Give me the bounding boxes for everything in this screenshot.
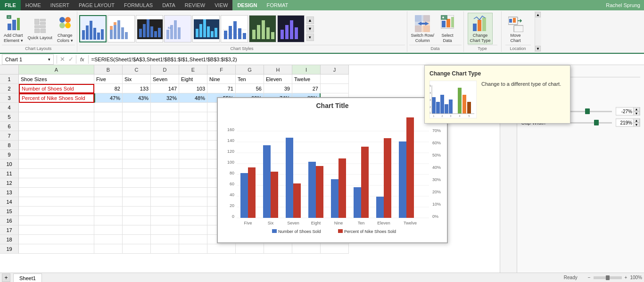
cell[interactable] xyxy=(321,244,349,254)
cell[interactable] xyxy=(123,141,151,150)
cell-f2[interactable]: 71 xyxy=(207,84,236,93)
cell-c1[interactable]: Six xyxy=(123,75,151,84)
cell[interactable] xyxy=(179,141,207,150)
cell[interactable] xyxy=(151,150,179,159)
cell-b1[interactable]: Five xyxy=(94,75,123,84)
cell[interactable] xyxy=(94,207,123,216)
series-overlap-decrement[interactable]: ▼ xyxy=(633,111,640,116)
cell[interactable] xyxy=(151,235,179,244)
cell[interactable] xyxy=(236,244,264,254)
select-data-button[interactable]: SelectData xyxy=(438,13,457,44)
cell[interactable] xyxy=(151,244,179,254)
cell[interactable] xyxy=(151,112,179,122)
chart-container[interactable]: Chart Title 0 20 40 60 80 100 120 140 16… xyxy=(217,97,448,243)
cell[interactable] xyxy=(19,131,94,141)
change-colors-button[interactable]: ChangeColors ▾ xyxy=(55,13,75,44)
cell[interactable] xyxy=(179,235,207,244)
cell[interactable] xyxy=(19,197,94,207)
home-tab[interactable]: HOME xyxy=(21,0,46,10)
col-header-h[interactable]: H xyxy=(264,65,292,75)
chart-styles-scroll-expand[interactable]: ▾ xyxy=(306,33,314,41)
col-header-j[interactable]: J xyxy=(321,65,349,75)
formulas-tab[interactable]: FORMULAS xyxy=(119,0,157,10)
add-sheet-button[interactable]: + xyxy=(2,274,10,282)
cell[interactable] xyxy=(207,244,236,254)
series-overlap-input[interactable] xyxy=(616,109,633,114)
cell[interactable] xyxy=(19,216,94,225)
gap-width-input[interactable] xyxy=(616,120,633,125)
cell-g2[interactable]: 56 xyxy=(236,84,264,93)
cell[interactable] xyxy=(292,244,321,254)
cell[interactable] xyxy=(151,141,179,150)
cell-a2[interactable]: Number of Shoes Sold xyxy=(19,84,94,93)
cell[interactable] xyxy=(19,150,94,159)
cell-d2[interactable]: 147 xyxy=(151,84,179,93)
cell[interactable] xyxy=(123,122,151,131)
design-tab[interactable]: DESIGN xyxy=(232,0,262,10)
cell[interactable] xyxy=(94,188,123,197)
ribbon-scroll-down[interactable]: ▼ xyxy=(535,46,541,51)
cell[interactable] xyxy=(179,197,207,207)
zoom-slider[interactable] xyxy=(594,276,622,279)
review-tab[interactable]: REVIEW xyxy=(180,0,210,10)
cell[interactable] xyxy=(123,235,151,244)
cell[interactable] xyxy=(123,103,151,112)
cell[interactable] xyxy=(179,188,207,197)
cell[interactable] xyxy=(94,122,123,131)
cell[interactable] xyxy=(151,216,179,225)
move-chart-button[interactable]: MoveChart xyxy=(505,13,526,44)
cell[interactable] xyxy=(94,244,123,254)
cell[interactable] xyxy=(19,225,94,235)
cell[interactable] xyxy=(94,197,123,207)
file-tab[interactable]: FILE xyxy=(0,0,21,10)
add-chart-element-button[interactable]: + Add ChartElement ▾ xyxy=(2,13,25,44)
cell[interactable] xyxy=(151,207,179,216)
col-header-g[interactable]: G xyxy=(236,65,264,75)
cell[interactable] xyxy=(179,207,207,216)
cell[interactable] xyxy=(94,159,123,169)
cell-d3[interactable]: 32% xyxy=(151,93,179,103)
chart-styles-scroll-up[interactable]: ▲ xyxy=(306,17,314,24)
series-overlap-increment[interactable]: ▲ xyxy=(633,107,640,111)
cell-c3[interactable]: 43% xyxy=(123,93,151,103)
cell[interactable] xyxy=(94,131,123,141)
chart-style-2[interactable] xyxy=(107,15,135,42)
cell[interactable] xyxy=(19,122,94,131)
view-tab[interactable]: VIEW xyxy=(210,0,232,10)
cell[interactable] xyxy=(151,225,179,235)
cell[interactable] xyxy=(19,244,94,254)
change-chart-type-button[interactable]: ChangeChart Type xyxy=(468,13,493,45)
cell-g1[interactable]: Ten xyxy=(236,75,264,84)
chart-style-1[interactable] xyxy=(79,15,107,42)
col-header-b[interactable]: B xyxy=(94,65,123,75)
cell[interactable] xyxy=(123,131,151,141)
cell-b3[interactable]: 47% xyxy=(94,93,123,103)
cell[interactable] xyxy=(123,216,151,225)
cell[interactable] xyxy=(179,216,207,225)
chart-style-4[interactable]: 82 xyxy=(164,15,191,42)
switch-row-column-button[interactable]: Switch Row/Column xyxy=(409,13,437,44)
cell[interactable] xyxy=(151,159,179,169)
cell[interactable] xyxy=(19,207,94,216)
cell-d1[interactable]: Seven xyxy=(151,75,179,84)
chart-style-3[interactable] xyxy=(136,15,163,42)
cell[interactable] xyxy=(94,178,123,188)
cell[interactable] xyxy=(19,159,94,169)
cell-e2[interactable]: 103 xyxy=(179,84,207,93)
cell[interactable] xyxy=(151,178,179,188)
cell[interactable] xyxy=(179,225,207,235)
col-header-c[interactable]: C xyxy=(123,65,151,75)
cell[interactable] xyxy=(179,103,207,112)
cell[interactable] xyxy=(123,197,151,207)
ribbon-scroll-up[interactable]: ▲ xyxy=(535,12,541,17)
formula-input[interactable] xyxy=(90,57,644,62)
cell[interactable] xyxy=(19,188,94,197)
gap-width-decrement[interactable]: ▼ xyxy=(633,123,640,127)
cell[interactable] xyxy=(151,197,179,207)
cell-h2[interactable]: 39 xyxy=(264,84,292,93)
col-header-d[interactable]: D xyxy=(151,65,179,75)
zoom-in-button[interactable]: + xyxy=(625,275,627,280)
cell[interactable] xyxy=(179,150,207,159)
cell[interactable] xyxy=(19,235,94,244)
cell[interactable] xyxy=(19,103,94,112)
